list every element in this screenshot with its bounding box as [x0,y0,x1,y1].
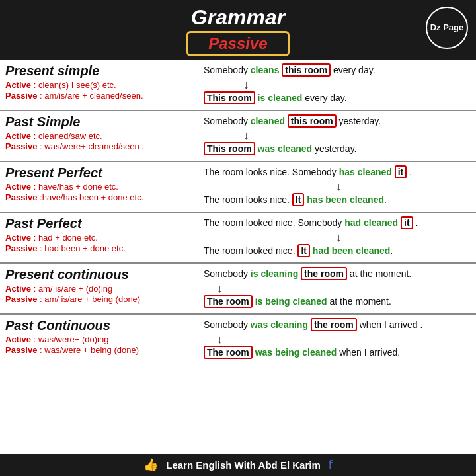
footer: 👍 Learn English With Abd El Karim f [0,454,476,476]
passive-label: Passive [5,141,37,151]
green-word: is cleaning [251,268,298,279]
left-past-perfect: Past Perfect Active : had + done etc. Pa… [5,216,197,259]
boxed-word: this room [288,114,337,128]
section-present-simple: Present simple Active : clean(s) I see(s… [0,60,476,111]
passive-label: Passive [5,345,37,355]
section-past-continuous: Past Continuous Active : was/were+ (do)i… [0,315,476,364]
section-title-past-continuous: Past Continuous [5,318,197,333]
green-word: cleaned [251,116,285,126]
example2-past-simple: This room was cleaned yesterday. [204,142,471,155]
arrow: ↓ [217,282,471,294]
left-past-simple: Past Simple Active : cleaned/saw etc. Pa… [5,114,197,157]
section-title-present-perfect: Present Perfect [5,165,197,180]
left-present-continuous: Present continuous Active : am/ is/are +… [5,267,197,310]
active-text: : am/ is/are + (do)ing [34,284,113,294]
active-label: Active [5,182,31,192]
active-text: : clean(s) I see(s) etc. [34,80,116,90]
example1-present-simple: Somebody cleans this room every day. [204,63,471,77]
active-line-present-continuous: Active : am/ is/are + (do)ing [5,284,197,294]
active-label: Active [5,80,31,90]
green-word2: has been cleaned [307,194,384,205]
active-line-past-perfect: Active : had + done etc. [5,233,197,243]
left-present-perfect: Present Perfect Active : have/has + done… [5,165,197,208]
section-title-past-simple: Past Simple [5,114,197,130]
green-word2: is being cleaned [255,296,327,307]
active-text: : cleaned/saw etc. [34,131,102,141]
boxed-word2: This room [204,142,255,155]
arrow: ↓ [243,130,471,141]
active-line-present-perfect: Active : have/has + done etc. [5,182,197,192]
header: Grammar Passive Dz Page [0,0,476,60]
passive-line-past-perfect: Passive : had been + done etc. [5,243,197,253]
green-word2: is cleaned [258,93,303,103]
active-text: : was/were+ (do)ing [34,335,109,344]
arrow: ↓ [336,231,471,243]
active-line-present-simple: Active : clean(s) I see(s) etc. [5,80,197,90]
section-title-present-simple: Present simple [5,63,197,79]
active-label: Active [5,131,31,141]
header-inner: Grammar Passive [0,5,476,58]
example2-past-continuous: The room was being cleaned when I arrive… [204,346,471,359]
green-word: had cleaned [344,218,398,228]
facebook-icon: f [329,458,333,472]
green-word2: was being cleaned [255,347,337,358]
passive-label: Passive [5,243,37,253]
passive-line-present-continuous: Passive : am/ is/are + being (done) [5,294,197,304]
right-past-continuous: Somebody was cleaning the room when I ar… [197,318,471,361]
right-past-simple: Somebody cleaned this room yesterday. ↓ … [197,114,471,157]
passive-text: : had been + done etc. [40,243,126,253]
active-text: : have/has + done etc. [34,182,118,192]
right-past-perfect: The room looked nice. Somebody had clean… [197,216,471,259]
passive-line-present-perfect: Passive :have/has been + done etc. [5,192,197,202]
passive-line-present-simple: Passive : am/is/are + cleaned/seen. [5,91,197,100]
green-word: was cleaning [251,319,308,330]
example1-past-continuous: Somebody was cleaning the room when I ar… [204,318,471,331]
boxed-word2: The room [204,346,253,359]
arrow: ↓ [217,333,471,345]
main-container: Grammar Passive Dz Page Present simple A… [0,0,476,476]
active-label: Active [5,284,31,294]
passive-text: : was/were + being (done) [40,345,139,355]
left-past-continuous: Past Continuous Active : was/were+ (do)i… [5,318,197,361]
section-title-present-continuous: Present continuous [5,267,197,282]
section-present-continuous: Present continuous Active : am/ is/are +… [0,264,476,315]
example1-past-perfect: The room looked nice. Somebody had clean… [204,216,471,229]
passive-text: : am/ is/are + being (done) [40,294,140,304]
boxed-word2: The room [204,295,253,308]
active-line-past-simple: Active : cleaned/saw etc. [5,131,197,141]
section-past-simple: Past Simple Active : cleaned/saw etc. Pa… [0,111,476,162]
left-present-simple: Present simple Active : clean(s) I see(s… [5,63,197,106]
active-label: Active [5,335,31,344]
page-title: Grammar [191,5,285,30]
boxed-word2: This room [204,91,255,104]
example1-past-simple: Somebody cleaned this room yesterday. [204,114,471,128]
passive-badge: Passive [186,31,289,56]
section-present-perfect: Present Perfect Active : have/has + done… [0,162,476,213]
boxed-word: it [401,216,413,229]
green-word: cleans [251,65,280,75]
section-past-perfect: Past Perfect Active : had + done etc. Pa… [0,213,476,264]
green-word: has cleaned [339,167,392,177]
thumbs-up-icon: 👍 [143,457,158,472]
boxed-word: it [395,165,407,178]
example2-present-perfect: The room looks nice. It has been cleaned… [204,193,471,206]
boxed-word: the room [311,318,357,331]
dz-page-badge: Dz Page [426,7,468,49]
boxed-word: the room [301,267,347,280]
example2-past-perfect: The room looked nice. It had been cleane… [204,244,471,257]
section-title-past-perfect: Past Perfect [5,216,197,231]
passive-label: Passive [5,294,37,304]
example1-present-continuous: Somebody is cleaning the room at the mom… [204,267,471,280]
boxed-word: this room [282,63,331,77]
right-present-continuous: Somebody is cleaning the room at the mom… [197,267,471,310]
example2-present-simple: This room is cleaned every day. [204,91,471,104]
active-label: Active [5,233,31,243]
passive-text: : was/were+ cleaned/seen . [40,141,144,151]
passive-label: Passive [208,34,267,52]
passive-line-past-continuous: Passive : was/were + being (done) [5,345,197,355]
example1-present-perfect: The room looks nice. Somebody has cleane… [204,165,471,178]
passive-text: :have/has been + done etc. [40,192,143,202]
passive-label-ps: Passive [5,91,37,100]
arrow: ↓ [243,79,471,91]
footer-text: Learn English With Abd El Karim [166,459,321,471]
